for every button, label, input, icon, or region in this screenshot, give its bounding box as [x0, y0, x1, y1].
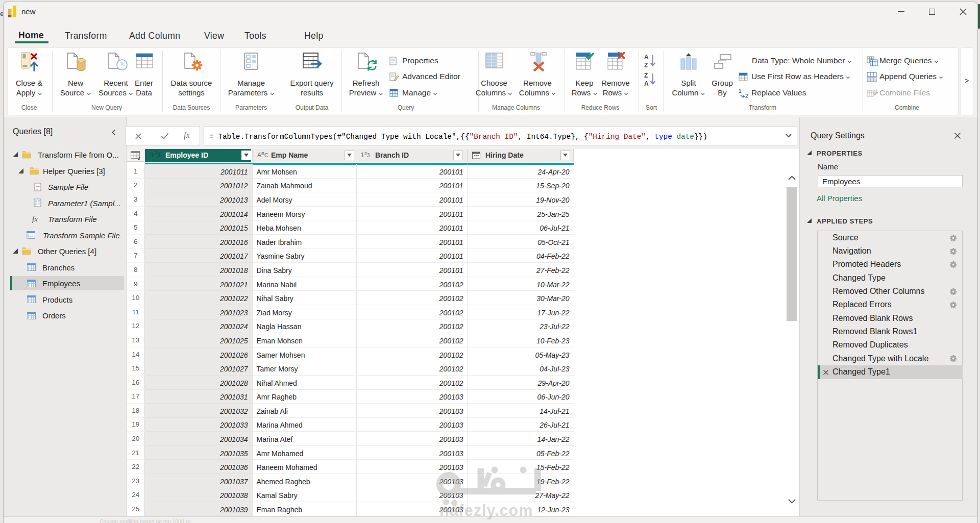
svg-text:A: A [644, 54, 649, 61]
svg-text:Z: Z [644, 72, 648, 79]
svg-text:1: 1 [739, 88, 742, 94]
svg-text:2: 2 [745, 93, 748, 98]
svg-text:A: A [644, 80, 649, 87]
svg-text:Z: Z [644, 62, 648, 69]
